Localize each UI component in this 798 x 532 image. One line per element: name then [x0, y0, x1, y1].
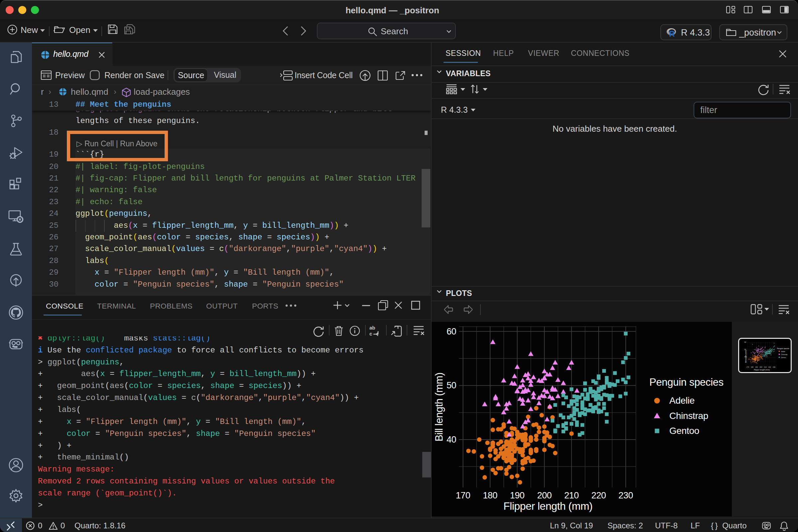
- svg-text:Chinstrap: Chinstrap: [781, 354, 788, 356]
- svg-text:Chinstrap: Chinstrap: [669, 411, 708, 421]
- svg-text:190: 190: [755, 366, 758, 368]
- svg-text:60: 60: [446, 326, 456, 337]
- svg-text:180: 180: [751, 366, 754, 368]
- svg-text:Flipper length (mm): Flipper length (mm): [504, 500, 592, 512]
- svg-text:220: 220: [768, 366, 771, 368]
- svg-text:200: 200: [759, 366, 762, 368]
- svg-text:50: 50: [446, 380, 456, 391]
- svg-text:210: 210: [764, 366, 767, 368]
- svg-text:ab: ab: [369, 325, 375, 330]
- svg-text:200: 200: [537, 491, 552, 500]
- svg-text:220: 220: [591, 491, 606, 500]
- svg-text:Bill length (mm): Bill length (mm): [433, 373, 445, 441]
- svg-text:210: 210: [564, 491, 579, 500]
- svg-text:Bill length (mm): Bill length (mm): [745, 350, 747, 363]
- svg-text:40: 40: [446, 435, 456, 444]
- svg-text:Gentoo: Gentoo: [669, 425, 699, 436]
- svg-text:170: 170: [746, 366, 749, 368]
- svg-text:180: 180: [483, 491, 497, 500]
- svg-text:Penguin species: Penguin species: [649, 376, 723, 388]
- svg-text:230: 230: [619, 491, 633, 500]
- svg-text:190: 190: [510, 491, 525, 500]
- svg-text:Adelie: Adelie: [781, 351, 785, 353]
- svg-text:Penguin species: Penguin species: [777, 347, 790, 349]
- svg-text:230: 230: [773, 366, 775, 368]
- svg-text:Gentoo: Gentoo: [781, 357, 786, 358]
- svg-text:c: c: [369, 331, 372, 337]
- svg-text:Adelie: Adelie: [669, 395, 695, 406]
- svg-text:170: 170: [456, 491, 471, 500]
- svg-text:R: R: [669, 29, 674, 38]
- svg-text:60: 60: [744, 341, 746, 343]
- svg-text:Flipper length (mm): Flipper length (mm): [754, 369, 770, 371]
